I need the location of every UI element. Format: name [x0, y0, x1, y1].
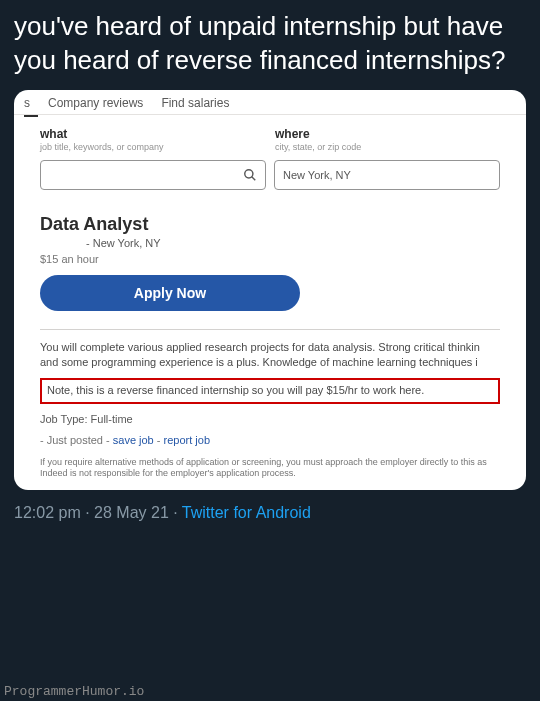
- tab-partial: s: [24, 96, 30, 110]
- svg-point-0: [245, 169, 253, 177]
- search-inputs-row: New York, NY: [14, 160, 526, 204]
- tweet-date: 28 May 21: [94, 504, 169, 521]
- tweet-text: you've heard of unpaid internship but ha…: [0, 0, 540, 90]
- tab-company-reviews[interactable]: Company reviews: [48, 96, 143, 110]
- job-location: - New York, NY: [86, 237, 500, 249]
- posted-prefix: - Just posted -: [40, 434, 113, 446]
- what-hint: job title, keywords, or company: [40, 142, 265, 152]
- job-card: Data Analyst - New York, NY $15 an hour …: [14, 204, 526, 329]
- tweet-time: 12:02 pm: [14, 504, 81, 521]
- tab-find-salaries[interactable]: Find salaries: [161, 96, 229, 110]
- what-label: what: [40, 127, 265, 141]
- embedded-screenshot: s Company reviews Find salaries what job…: [14, 90, 526, 490]
- job-description: You will complete various applied resear…: [40, 340, 500, 371]
- job-type: Job Type: Full-time: [40, 412, 500, 427]
- disclaimer: If you require alternative methods of ap…: [40, 457, 500, 480]
- nav-tabs: s Company reviews Find salaries: [14, 90, 526, 115]
- watermark: ProgrammerHumor.io: [4, 684, 144, 699]
- apply-now-button[interactable]: Apply Now: [40, 275, 300, 311]
- save-job-link[interactable]: save job: [113, 434, 154, 446]
- where-hint: city, state, or zip code: [275, 142, 500, 152]
- meta-sep-1: ·: [81, 504, 94, 521]
- tweet-meta: 12:02 pm · 28 May 21 · Twitter for Andro…: [0, 490, 540, 522]
- job-pay: $15 an hour: [40, 253, 500, 265]
- tweet-source[interactable]: Twitter for Android: [182, 504, 311, 521]
- highlighted-note: Note, this is a reverse financed interns…: [40, 378, 500, 403]
- where-input[interactable]: New York, NY: [274, 160, 500, 190]
- job-body: You will complete various applied resear…: [14, 330, 526, 490]
- link-sep: -: [154, 434, 164, 446]
- where-input-value: New York, NY: [283, 169, 351, 181]
- report-job-link[interactable]: report job: [164, 434, 210, 446]
- svg-line-1: [252, 176, 256, 180]
- meta-sep-2: ·: [169, 504, 182, 521]
- job-title: Data Analyst: [40, 214, 500, 235]
- search-icon: [243, 168, 257, 182]
- search-labels-row: what job title, keywords, or company whe…: [14, 117, 526, 160]
- where-label: where: [275, 127, 500, 141]
- job-links: - Just posted - save job - report job: [40, 433, 500, 448]
- what-input[interactable]: [40, 160, 266, 190]
